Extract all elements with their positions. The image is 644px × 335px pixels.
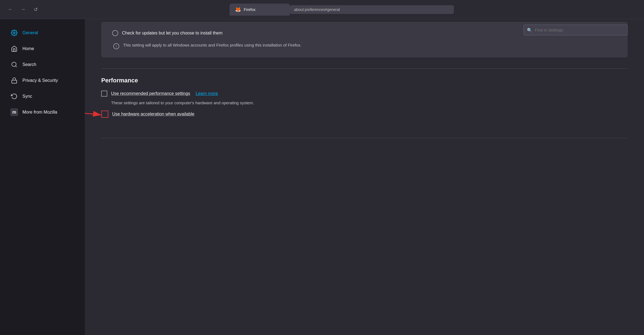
sidebar-label-general: General	[22, 30, 38, 35]
tab-bar: 🦊 Firefox about:preferences#general	[45, 4, 639, 16]
radio-label-check-updates: Check for updates but let you choose to …	[122, 31, 222, 36]
sidebar-item-general[interactable]: General	[2, 25, 83, 41]
recommended-checkbox-label: Use recommended performance settings	[111, 91, 190, 96]
svg-rect-2	[12, 80, 17, 83]
back-button[interactable]: ←	[5, 5, 15, 15]
info-box: i This setting will apply to all Windows…	[112, 43, 617, 49]
sidebar-label-more-mozilla: More from Mozilla	[22, 110, 57, 115]
find-settings-wrapper: 🔍	[524, 25, 628, 35]
home-icon	[10, 45, 18, 53]
firefox-favicon: 🦊	[235, 7, 241, 13]
forward-button[interactable]: →	[18, 5, 28, 15]
sidebar-item-privacy[interactable]: Privacy & Security	[2, 73, 83, 88]
recommended-checkbox[interactable]	[101, 91, 107, 97]
hw-accel-label: Use hardware acceleration when available	[112, 112, 195, 117]
learn-more-link[interactable]: Learn more	[196, 91, 218, 96]
find-settings-area: 🔍	[524, 25, 628, 35]
firefox-tab[interactable]: 🦊 Firefox	[230, 4, 290, 16]
reload-button[interactable]: ↺	[31, 5, 40, 15]
browser-chrome: ← → ↺ 🦊 Firefox about:preferences#genera…	[0, 0, 644, 19]
radio-button-check-updates[interactable]	[112, 30, 118, 36]
sidebar-label-privacy: Privacy & Security	[22, 78, 58, 83]
info-icon: i	[113, 43, 119, 49]
hw-accel-container: Use hardware acceleration when available	[101, 111, 628, 122]
sidebar-label-search: Search	[22, 62, 36, 67]
sidebar-item-sync[interactable]: Sync	[2, 89, 83, 104]
search-icon: 🔍	[527, 27, 532, 33]
performance-title: Performance	[101, 77, 628, 84]
sync-icon	[10, 93, 18, 100]
gear-icon	[10, 29, 18, 37]
recommended-settings-row: Use recommended performance settings Lea…	[101, 91, 628, 97]
address-bar[interactable]: about:preferences#general	[290, 5, 454, 14]
sidebar-item-search[interactable]: Search	[2, 57, 83, 72]
sidebar-label-home: Home	[22, 46, 34, 51]
performance-section: Performance Use recommended performance …	[101, 77, 628, 122]
main-layout: General Home Search	[0, 19, 644, 335]
bottom-divider	[101, 138, 628, 138]
find-settings-input[interactable]	[524, 25, 628, 35]
search-icon	[10, 61, 18, 68]
content-area: Check for updates but let you choose to …	[85, 19, 644, 335]
info-text: This setting will apply to all Windows a…	[123, 43, 301, 47]
tab-title: Firefox	[244, 7, 256, 12]
sidebar-item-more-mozilla[interactable]: m More from Mozilla	[2, 105, 83, 120]
recommended-description: These settings are tailored to your comp…	[111, 100, 628, 105]
hw-accel-row: Use hardware acceleration when available	[101, 111, 195, 118]
section-divider	[101, 68, 628, 69]
sidebar-label-sync: Sync	[22, 94, 32, 99]
mozilla-icon: m	[10, 108, 18, 116]
sidebar: General Home Search	[0, 19, 85, 335]
sidebar-item-home[interactable]: Home	[2, 41, 83, 56]
nav-buttons: ← → ↺	[5, 5, 40, 15]
svg-point-0	[12, 62, 16, 67]
hw-accel-checkbox[interactable]	[101, 111, 108, 118]
svg-line-1	[16, 66, 17, 67]
address-url: about:preferences#general	[294, 7, 340, 12]
lock-icon	[10, 77, 18, 84]
